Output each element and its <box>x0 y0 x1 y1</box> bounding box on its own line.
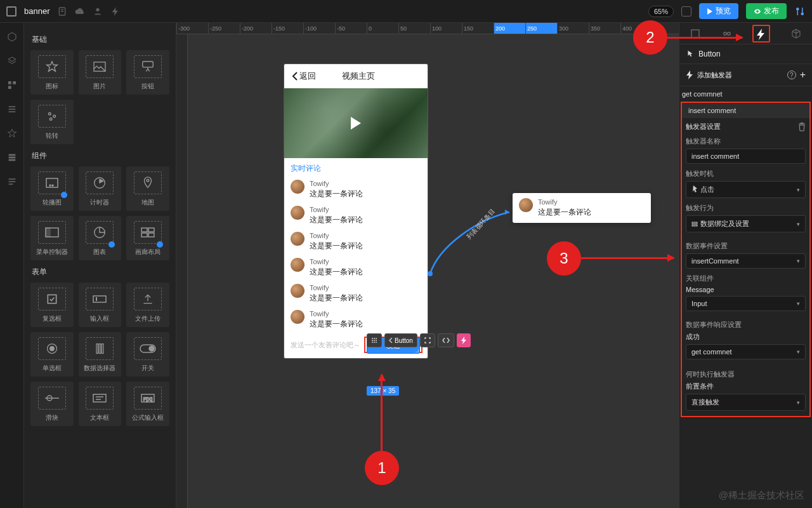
comp-gallery[interactable]: 画廊布局 <box>126 216 169 260</box>
comp-menu-controller[interactable]: 菜单控制器 <box>30 216 74 260</box>
comp-icon[interactable]: 图标 <box>30 50 74 95</box>
project-title: banner <box>24 6 49 16</box>
publish-button[interactable]: 发布 <box>746 3 787 19</box>
trigger-bolt-icon[interactable] <box>457 333 471 347</box>
code-icon[interactable] <box>438 333 454 347</box>
comp-upload[interactable]: 文件上传 <box>126 283 169 327</box>
comment-row: Towify这是要一条评论 <box>284 307 428 333</box>
left-rail <box>0 23 24 508</box>
svg-rect-23 <box>141 228 147 232</box>
svg-point-2 <box>796 8 799 11</box>
help-icon[interactable]: ? <box>787 70 796 79</box>
trigger-settings-title: 触发器设置 <box>686 122 721 131</box>
comp-data-picker[interactable]: 数据选择器 <box>79 332 122 377</box>
page-icon[interactable] <box>57 6 67 17</box>
select-precondition[interactable]: 直接触发▾ <box>686 394 806 411</box>
comp-chart[interactable]: 图表 <box>79 216 122 260</box>
svg-point-30 <box>49 347 54 351</box>
label-success: 成功 <box>686 332 806 342</box>
zoom-level[interactable]: 65% <box>648 6 674 17</box>
rail-list-icon[interactable] <box>7 177 17 187</box>
svg-point-3 <box>801 12 804 15</box>
rail-data-icon[interactable] <box>7 152 17 163</box>
comments-section-title: 实时评论 <box>284 158 428 177</box>
breadcrumb-button[interactable]: Button <box>384 333 417 347</box>
svg-point-40 <box>372 338 373 339</box>
video-player[interactable] <box>284 88 428 158</box>
rail-layers-icon[interactable] <box>7 56 17 66</box>
svg-rect-27 <box>48 295 56 303</box>
comp-checkbox[interactable]: 复选框 <box>30 283 74 327</box>
connector-label: 列表循环条目 <box>465 207 497 241</box>
ruler-horizontal: -300-250-200-150-100-5005010015020025030… <box>176 23 679 34</box>
rail-pin-icon[interactable] <box>7 128 17 138</box>
label-trigger-name: 触发器名称 <box>686 137 806 146</box>
comment-input[interactable]: 发送一个友善评论吧～ <box>289 340 360 350</box>
add-icon[interactable]: + <box>800 69 806 81</box>
comp-button[interactable]: 按钮 <box>126 50 169 95</box>
annotation-arrow-2 <box>666 37 742 39</box>
bolt-icon[interactable] <box>110 6 121 17</box>
section-basic: 基础 <box>32 34 169 45</box>
svg-point-19 <box>147 180 149 182</box>
select-timing[interactable]: 点击▾ <box>686 181 806 198</box>
cloud-icon[interactable] <box>75 6 85 17</box>
label-behavior: 触发行为 <box>686 203 806 213</box>
input-trigger-name[interactable]: insert comment <box>686 149 806 164</box>
component-panel: 基础 图标 图片 按钮 轮转 组件 轮播图 计时器 地图 菜单控制器 图表 画廊… <box>24 23 176 508</box>
preview-label: 预览 <box>716 6 731 17</box>
select-success[interactable]: get commnet▾ <box>686 344 806 359</box>
comp-textarea[interactable]: 文本框 <box>79 382 122 426</box>
selection-dimensions: 137 × 35 <box>367 386 399 396</box>
user-icon[interactable] <box>93 6 103 17</box>
device-header: 返回 视频主页 <box>284 64 428 88</box>
comp-image[interactable]: 图片 <box>79 50 122 95</box>
comp-radio[interactable]: 单选框 <box>30 332 74 377</box>
drag-handle-icon[interactable] <box>367 333 382 347</box>
watermark: @稀土掘金技术社区 <box>719 490 804 502</box>
select-behavior[interactable]: 数据绑定及设置▾ <box>686 215 806 232</box>
label-when: 何时执行触发器 <box>686 370 806 379</box>
comp-map[interactable]: 地图 <box>126 166 169 211</box>
canvas[interactable]: -300-250-200-150-100-5005010015020025030… <box>176 23 679 508</box>
avatar <box>291 232 304 246</box>
select-message[interactable]: Input▾ <box>686 296 806 311</box>
svg-text:F[X]: F[X] <box>143 396 153 402</box>
svg-rect-37 <box>93 394 106 402</box>
device-frame[interactable]: 返回 视频主页 实时评论 Towify这是要一条评论 Towify这是要一条评论… <box>284 64 428 358</box>
comp-formula[interactable]: F[X]公式输入框 <box>126 382 169 426</box>
comp-slider[interactable]: 滑块 <box>30 382 74 426</box>
svg-point-14 <box>49 118 52 121</box>
avatar <box>291 206 304 220</box>
select-data-event[interactable]: insertComment▾ <box>686 253 806 269</box>
svg-point-51 <box>723 32 726 35</box>
preview-button[interactable]: 预览 <box>699 3 738 19</box>
expand-icon[interactable] <box>420 333 435 347</box>
rail-grid-icon[interactable] <box>7 80 17 90</box>
label-response: 数据事件响应设置 <box>686 320 806 330</box>
svg-rect-25 <box>141 233 147 237</box>
rail-cube-icon[interactable] <box>7 32 17 42</box>
comp-input[interactable]: 输入框 <box>79 283 122 327</box>
comp-carousel[interactable]: 轮播图 <box>30 166 74 211</box>
tab-trigger-icon[interactable] <box>752 25 770 43</box>
svg-rect-32 <box>100 344 102 354</box>
settings-toggle-icon[interactable] <box>794 6 806 17</box>
trigger-list-item[interactable]: get commnet <box>679 86 812 102</box>
comp-timer[interactable]: 计时器 <box>79 166 122 211</box>
svg-point-35 <box>149 346 154 351</box>
comp-switch[interactable]: 开关 <box>126 332 169 377</box>
rail-stack-icon[interactable] <box>7 104 17 114</box>
selection-toolbar: Button <box>367 333 471 347</box>
top-bar: banner 65% 预览 发布 <box>0 0 812 23</box>
annotation-arrow-1 <box>381 375 383 451</box>
avatar <box>291 180 304 194</box>
trigger-list-item-active[interactable]: insert comment <box>682 103 809 118</box>
tab-3d-icon[interactable] <box>790 28 802 39</box>
svg-rect-54 <box>692 225 697 226</box>
chat-icon[interactable] <box>681 6 691 17</box>
comp-carousel-alt[interactable]: 轮转 <box>30 100 74 144</box>
section-form: 表单 <box>32 267 169 277</box>
delete-icon[interactable] <box>798 123 806 131</box>
linked-item-popup[interactable]: Towify这是要一条评论 <box>513 193 651 223</box>
